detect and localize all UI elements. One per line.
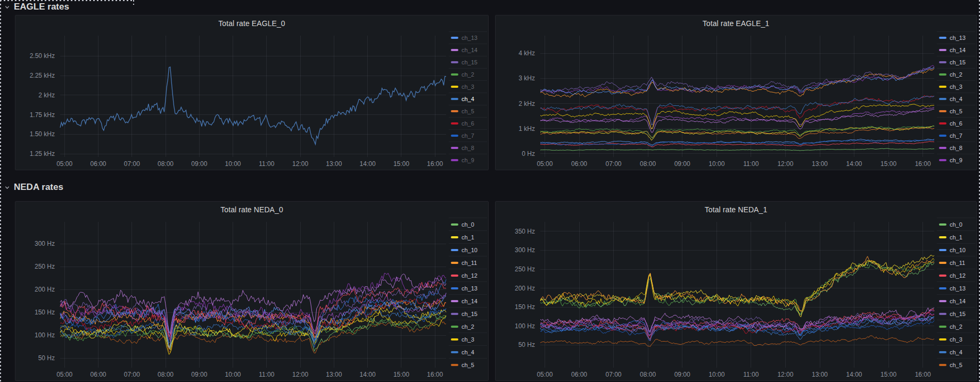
legend-item-ch_3[interactable]: ch_3 bbox=[449, 333, 487, 345]
svg-text:13:00: 13:00 bbox=[812, 160, 828, 168]
legend-item-ch_2[interactable]: ch_2 bbox=[449, 320, 487, 333]
legend-label: ch_15 bbox=[462, 311, 477, 317]
series-legend[interactable]: ch_13ch_14ch_15ch_2ch_3ch_4ch_5ch_6ch_7c… bbox=[449, 31, 488, 170]
chevron-down-icon[interactable] bbox=[4, 4, 10, 10]
svg-text:09:00: 09:00 bbox=[191, 371, 207, 378]
panel-total-rate-neda-1: Total rate NEDA_1 50 Hz100 Hz150 Hz200 H… bbox=[495, 201, 977, 381]
row-header-eagle-rates[interactable]: EAGLE rates bbox=[4, 1, 69, 13]
legend-item-ch_14[interactable]: ch_14 bbox=[937, 294, 975, 307]
legend-item-ch_13[interactable]: ch_13 bbox=[449, 31, 487, 44]
legend-item-ch_4[interactable]: ch_4 bbox=[449, 345, 487, 358]
legend-item-ch_12[interactable]: ch_12 bbox=[449, 269, 487, 281]
series-color-swatch bbox=[451, 313, 458, 315]
legend-item-ch_15[interactable]: ch_15 bbox=[937, 56, 975, 68]
legend-label: ch_4 bbox=[950, 349, 962, 355]
legend-item-ch_4[interactable]: ch_4 bbox=[937, 93, 975, 105]
legend-label: ch_0 bbox=[950, 221, 962, 228]
legend-label: ch_0 bbox=[462, 221, 474, 228]
series-color-swatch bbox=[939, 236, 946, 238]
svg-text:09:00: 09:00 bbox=[674, 160, 690, 168]
legend-item-ch_5[interactable]: ch_5 bbox=[449, 105, 487, 117]
legend-item-ch_6[interactable]: ch_6 bbox=[937, 117, 975, 129]
svg-text:1 kHz: 1 kHz bbox=[518, 125, 535, 132]
series-legend[interactable]: ch_13ch_14ch_15ch_2ch_3ch_4ch_5ch_6ch_7c… bbox=[937, 31, 976, 170]
svg-text:1.75 kHz: 1.75 kHz bbox=[30, 111, 55, 119]
series-legend[interactable]: ch_0ch_1ch_10ch_11ch_12ch_13ch_14ch_15ch… bbox=[449, 218, 488, 380]
row-header-neda-rates[interactable]: NEDA rates bbox=[4, 181, 63, 194]
svg-text:06:00: 06:00 bbox=[90, 371, 106, 378]
svg-text:10:00: 10:00 bbox=[709, 160, 724, 168]
time-series-plot[interactable]: 1.25 kHz1.50 kHz1.75 kHz2 kHz2.25 kHz2.5… bbox=[15, 31, 449, 170]
legend-label: ch_3 bbox=[462, 84, 474, 90]
legend-item-ch_1[interactable]: ch_1 bbox=[937, 230, 975, 243]
series-color-swatch bbox=[451, 98, 458, 100]
series-legend[interactable]: ch_0ch_1ch_10ch_11ch_12ch_13ch_14ch_15ch… bbox=[937, 218, 976, 380]
legend-item-ch_9[interactable]: ch_9 bbox=[937, 154, 975, 166]
svg-text:16:00: 16:00 bbox=[915, 371, 931, 378]
svg-text:4 kHz: 4 kHz bbox=[518, 49, 535, 57]
panel-header[interactable]: Total rate NEDA_1 bbox=[496, 202, 976, 218]
legend-item-ch_3[interactable]: ch_3 bbox=[937, 333, 975, 345]
series-line-ch_5 bbox=[540, 127, 934, 138]
legend-label: ch_9 bbox=[950, 157, 962, 163]
legend-item-ch_2[interactable]: ch_2 bbox=[937, 68, 975, 80]
legend-item-ch_12[interactable]: ch_12 bbox=[937, 269, 975, 281]
row-title: EAGLE rates bbox=[14, 2, 69, 12]
time-series-plot[interactable]: 50 Hz100 Hz150 Hz200 Hz250 Hz300 Hz05:00… bbox=[15, 218, 449, 380]
legend-item-ch_2[interactable]: ch_2 bbox=[449, 68, 487, 80]
legend-item-ch_3[interactable]: ch_3 bbox=[937, 80, 975, 93]
chart-canvas: 0 Hz1 kHz2 kHz3 kHz4 kHz05:0006:0007:000… bbox=[496, 31, 937, 170]
legend-item-ch_13[interactable]: ch_13 bbox=[937, 31, 975, 44]
legend-item-ch_10[interactable]: ch_10 bbox=[937, 243, 975, 256]
svg-text:200 Hz: 200 Hz bbox=[515, 285, 535, 292]
legend-item-ch_5[interactable]: ch_5 bbox=[937, 105, 975, 117]
legend-label: ch_7 bbox=[950, 132, 962, 139]
svg-text:10:00: 10:00 bbox=[225, 160, 241, 168]
legend-item-ch_15[interactable]: ch_15 bbox=[449, 56, 487, 68]
legend-item-ch_13[interactable]: ch_13 bbox=[937, 281, 975, 294]
series-color-swatch bbox=[451, 351, 458, 353]
legend-label: ch_4 bbox=[462, 96, 474, 102]
legend-item-ch_8[interactable]: ch_8 bbox=[449, 142, 487, 154]
legend-item-ch_2[interactable]: ch_2 bbox=[937, 320, 975, 333]
time-series-plot[interactable]: 50 Hz100 Hz150 Hz200 Hz250 Hz300 Hz350 H… bbox=[496, 218, 937, 380]
time-series-plot[interactable]: 0 Hz1 kHz2 kHz3 kHz4 kHz05:0006:0007:000… bbox=[496, 31, 937, 170]
legend-item-ch_7[interactable]: ch_7 bbox=[937, 129, 975, 142]
legend-item-ch_11[interactable]: ch_11 bbox=[449, 256, 487, 269]
series-color-swatch bbox=[939, 275, 946, 277]
legend-item-ch_9[interactable]: ch_9 bbox=[449, 154, 487, 166]
svg-text:09:00: 09:00 bbox=[674, 371, 690, 378]
legend-item-ch_14[interactable]: ch_14 bbox=[449, 44, 487, 56]
legend-item-ch_14[interactable]: ch_14 bbox=[449, 294, 487, 307]
legend-item-ch_4[interactable]: ch_4 bbox=[449, 93, 487, 105]
series-color-swatch bbox=[939, 73, 946, 76]
legend-item-ch_1[interactable]: ch_1 bbox=[449, 230, 487, 243]
legend-item-ch_4[interactable]: ch_4 bbox=[937, 345, 975, 358]
svg-text:14:00: 14:00 bbox=[846, 160, 862, 168]
legend-item-ch_7[interactable]: ch_7 bbox=[449, 129, 487, 142]
series-line-ch_7 bbox=[540, 320, 934, 340]
legend-item-ch_0[interactable]: ch_0 bbox=[449, 218, 487, 230]
legend-label: ch_3 bbox=[462, 336, 474, 343]
legend-item-ch_13[interactable]: ch_13 bbox=[449, 281, 487, 294]
legend-item-ch_15[interactable]: ch_15 bbox=[937, 307, 975, 320]
legend-item-ch_3[interactable]: ch_3 bbox=[449, 80, 487, 93]
panel-header[interactable]: Total rate EAGLE_0 bbox=[15, 15, 488, 31]
chevron-down-icon[interactable] bbox=[4, 185, 10, 190]
series-color-swatch bbox=[451, 287, 458, 289]
legend-item-ch_10[interactable]: ch_10 bbox=[449, 243, 487, 256]
svg-text:12:00: 12:00 bbox=[292, 160, 308, 168]
legend-item-ch_11[interactable]: ch_11 bbox=[937, 256, 975, 269]
panel-header[interactable]: Total rate NEDA_0 bbox=[15, 202, 488, 218]
legend-item-ch_8[interactable]: ch_8 bbox=[937, 142, 975, 154]
series-color-swatch bbox=[451, 364, 458, 366]
legend-item-ch_5[interactable]: ch_5 bbox=[937, 358, 975, 371]
panel-header[interactable]: Total rate EAGLE_1 bbox=[496, 15, 976, 31]
legend-item-ch_5[interactable]: ch_5 bbox=[449, 358, 487, 371]
series-color-swatch bbox=[939, 262, 946, 264]
legend-item-ch_15[interactable]: ch_15 bbox=[449, 307, 487, 320]
svg-text:100 Hz: 100 Hz bbox=[35, 331, 55, 339]
legend-item-ch_0[interactable]: ch_0 bbox=[937, 218, 975, 230]
legend-item-ch_6[interactable]: ch_6 bbox=[449, 117, 487, 129]
legend-item-ch_14[interactable]: ch_14 bbox=[937, 44, 975, 56]
